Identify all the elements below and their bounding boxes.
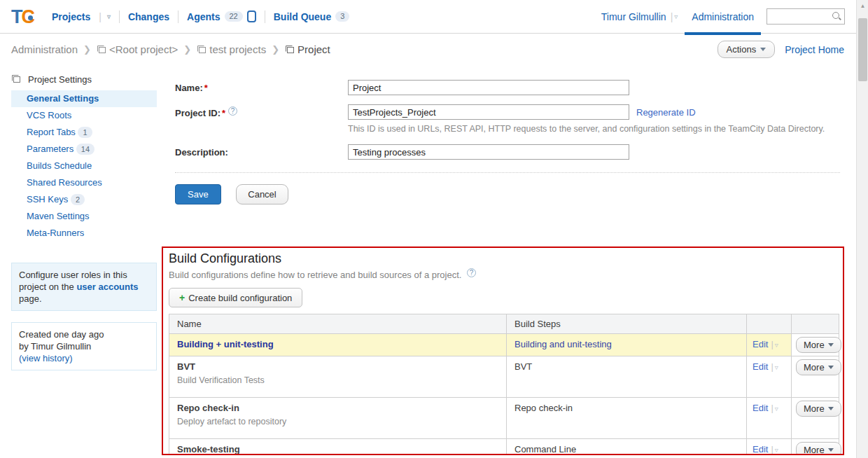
chevron-down-icon[interactable]: ▿ xyxy=(674,13,678,20)
scrollbar-thumb[interactable] xyxy=(858,18,867,81)
description-label: Description: xyxy=(175,147,348,158)
build-config-description: Deploy artefact to repository xyxy=(177,417,498,426)
breadcrumb-root-project[interactable]: <Root project> xyxy=(109,43,178,55)
user-menu[interactable]: Timur Gilmullin xyxy=(601,11,666,22)
divider xyxy=(265,11,265,23)
create-build-configuration-button[interactable]: +Create build configuration xyxy=(169,288,302,307)
description-field[interactable] xyxy=(348,144,629,160)
more-button[interactable]: More xyxy=(796,401,841,417)
build-config-name: Smoke-testing xyxy=(177,444,240,454)
divider xyxy=(178,11,178,23)
divider xyxy=(119,11,120,23)
sidebar-item-meta-runners[interactable]: Meta-Runners xyxy=(11,225,157,242)
name-field[interactable] xyxy=(348,80,629,95)
help-icon[interactable]: ? xyxy=(467,268,476,277)
build-config-name[interactable]: Building + unit-testing xyxy=(177,339,274,349)
tab-administration[interactable]: Administration xyxy=(692,11,754,22)
caret-down-icon xyxy=(828,366,834,372)
search-box xyxy=(766,8,845,25)
regenerate-id-link[interactable]: Regenerate ID xyxy=(636,107,696,118)
caret-down-icon xyxy=(828,343,834,349)
required-asterisk: * xyxy=(204,83,208,93)
project-home-link[interactable]: Project Home xyxy=(785,44,844,55)
project-icon xyxy=(197,43,206,55)
chevron-down-icon[interactable]: ▿ xyxy=(107,13,111,20)
more-button[interactable]: More xyxy=(796,442,841,455)
logo-dot-icon xyxy=(28,15,33,20)
sidebar-item-report-tabs[interactable]: Report Tabs 1 xyxy=(11,124,157,141)
build-config-name: BVT xyxy=(177,361,195,372)
sidebar-item-general-settings[interactable]: General Settings xyxy=(11,90,157,107)
view-history-link[interactable]: (view history) xyxy=(19,353,73,363)
sidebar-project-settings[interactable]: Project Settings xyxy=(11,74,157,85)
section-subtitle: Build configurations define how to retri… xyxy=(169,268,839,281)
nav-changes[interactable]: Changes xyxy=(128,11,169,22)
build-steps: Command Line xyxy=(507,439,747,456)
sidebar-item-vcs-roots[interactable]: VCS Roots xyxy=(11,107,157,124)
caret-down-icon xyxy=(828,448,834,454)
nav-build-queue[interactable]: Build Queue 3 xyxy=(274,11,350,22)
project-id-label: Project ID:*? xyxy=(175,106,348,118)
divider xyxy=(175,172,840,173)
build-config-description: Build Verification Tests xyxy=(177,375,498,385)
scrollbar[interactable]: ▲ xyxy=(856,0,868,458)
chevron-down-icon[interactable]: ▿ xyxy=(775,341,778,349)
sidebar: Project Settings General Settings VCS Ro… xyxy=(11,74,157,370)
column-header-more xyxy=(792,314,839,334)
ssh-keys-badge: 2 xyxy=(71,194,85,205)
chevron-down-icon[interactable]: ▿ xyxy=(775,405,778,412)
more-button[interactable]: More xyxy=(796,359,841,375)
save-button[interactable]: Save xyxy=(175,184,221,204)
project-icon xyxy=(11,74,20,85)
sidebar-menu: General Settings VCS Roots Report Tabs 1… xyxy=(11,90,157,242)
column-header-name: Name xyxy=(169,314,507,334)
help-icon[interactable]: ? xyxy=(228,106,237,116)
column-header-edit xyxy=(747,314,792,334)
more-button[interactable]: More xyxy=(796,337,841,353)
build-steps: Repo check-in xyxy=(507,398,747,439)
table-header-row: Name Build Steps xyxy=(169,314,839,334)
table-row: Smoke-testing Command Line Edit|▿ More xyxy=(169,439,839,456)
sidebar-item-builds-schedule[interactable]: Builds Schedule xyxy=(11,158,157,174)
table-row: BVT Build Verification Tests BVT Edit|▿ … xyxy=(169,356,839,398)
cancel-button[interactable]: Cancel xyxy=(236,184,288,204)
build-steps: BVT xyxy=(507,356,747,398)
report-tabs-badge: 1 xyxy=(78,127,92,138)
top-bar: TC Projects | ▿ Changes Agents 22 Build … xyxy=(0,0,856,34)
section-title: Build Configurations xyxy=(169,251,839,266)
breadcrumb: Administration ❯ <Root project> ❯ test p… xyxy=(11,41,844,58)
edit-link[interactable]: Edit xyxy=(752,444,768,454)
required-asterisk: * xyxy=(222,108,225,118)
agent-status-icon[interactable] xyxy=(247,11,256,22)
nav-projects[interactable]: Projects | ▿ xyxy=(52,11,111,22)
name-label: Name:* xyxy=(175,83,348,93)
project-icon xyxy=(285,43,294,55)
edit-link[interactable]: Edit xyxy=(752,361,768,372)
sidebar-item-shared-resources[interactable]: Shared Resources xyxy=(11,174,157,191)
build-queue-count-badge: 3 xyxy=(335,11,349,22)
breadcrumb-test-projects[interactable]: test projects xyxy=(209,43,266,55)
actions-button[interactable]: Actions xyxy=(718,41,776,58)
chevron-down-icon[interactable]: ▿ xyxy=(775,446,778,454)
table-row: Building + unit-testing Building and uni… xyxy=(169,334,839,356)
chevron-down-icon[interactable]: ▿ xyxy=(775,363,778,371)
edit-link[interactable]: Edit xyxy=(752,403,768,413)
project-icon xyxy=(97,43,106,55)
build-config-name: Repo check-in xyxy=(177,403,239,413)
created-note: Created one day ago by Timur Gilmullin (… xyxy=(11,322,157,370)
edit-link[interactable]: Edit xyxy=(752,339,768,349)
sidebar-item-maven-settings[interactable]: Maven Settings xyxy=(11,208,157,225)
user-accounts-link[interactable]: user accounts xyxy=(76,282,138,292)
project-id-field[interactable] xyxy=(348,104,629,120)
nav-agents[interactable]: Agents 22 xyxy=(187,11,256,22)
search-icon[interactable] xyxy=(832,12,841,21)
build-steps-link[interactable]: Building and unit-testing xyxy=(507,334,747,356)
caret-down-icon xyxy=(760,48,766,54)
breadcrumb-administration[interactable]: Administration xyxy=(11,43,78,55)
scroll-up-icon[interactable]: ▲ xyxy=(857,0,868,12)
table-row: Repo check-in Deploy artefact to reposit… xyxy=(169,398,839,439)
teamcity-logo[interactable]: TC xyxy=(11,6,39,27)
sidebar-item-ssh-keys[interactable]: SSH Keys 2 xyxy=(11,191,157,208)
build-configurations-section: Build Configurations Build configuration… xyxy=(162,247,844,455)
sidebar-item-parameters[interactable]: Parameters 14 xyxy=(11,141,157,158)
